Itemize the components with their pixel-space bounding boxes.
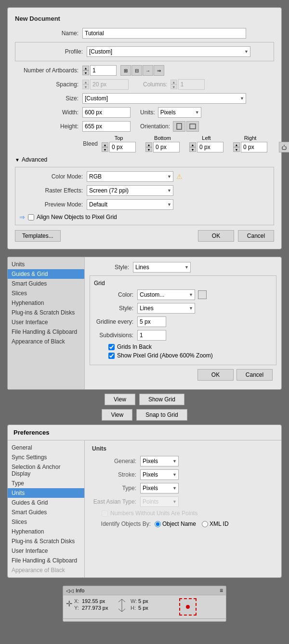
advanced-toggle[interactable]: ▼ Advanced: [15, 156, 274, 163]
wh-arrow-group: [118, 598, 126, 613]
pref-item-slices[interactable]: Slices: [8, 517, 84, 527]
pref-item-smart-guides[interactable]: Smart Guides: [8, 507, 84, 517]
sidebar-item-plugins[interactable]: Plug-ins & Scratch Disks: [8, 308, 84, 317]
pref-item-general[interactable]: General: [8, 443, 84, 452]
bleed-right-up[interactable]: ▲: [233, 142, 240, 147]
pref-item-type[interactable]: Type: [8, 479, 84, 488]
gridline-input[interactable]: [137, 316, 166, 327]
bleed-bottom-down[interactable]: ▼: [145, 147, 152, 152]
stroke-units-label: Stroke:: [92, 471, 140, 478]
bleed-left-label: Left: [202, 135, 210, 141]
pref-item-guides[interactable]: Guides & Grid: [8, 498, 84, 507]
subdivisions-row: Subdivisions:: [94, 330, 272, 341]
spacing-up-btn[interactable]: ▲: [82, 80, 89, 84]
pref-item-appearance[interactable]: Appearance of Black: [8, 565, 84, 575]
guides-cancel-button[interactable]: Cancel: [236, 369, 273, 381]
bleed-bottom-input[interactable]: [153, 142, 180, 152]
x-label: X:: [74, 598, 82, 604]
artboards-input[interactable]: [90, 65, 117, 76]
templates-button[interactable]: Templates...: [15, 230, 61, 242]
raster-select[interactable]: Screen (72 ppi) Medium (150 ppi) High (3…: [87, 185, 173, 196]
sidebar-item-hyphenation[interactable]: Hyphenation: [8, 298, 84, 308]
pref-item-sync[interactable]: Sync Settings: [8, 452, 84, 462]
profile-select[interactable]: [Custom]: [87, 46, 250, 57]
grid-color-select[interactable]: Custom...: [137, 289, 195, 300]
numbers-units-checkbox[interactable]: [102, 510, 108, 517]
view-btn-1[interactable]: View: [105, 394, 135, 405]
colormode-select[interactable]: RGB CMYK: [87, 171, 173, 182]
sidebar-item-guides-grid[interactable]: Guides & Grid: [8, 269, 84, 279]
sidebar-item-units[interactable]: Units: [8, 260, 84, 269]
portrait-btn[interactable]: [173, 121, 185, 132]
east-asian-select[interactable]: Points: [140, 496, 179, 507]
bleed-left-input[interactable]: [197, 142, 223, 152]
size-select[interactable]: [Custom]: [82, 93, 246, 104]
type-units-select[interactable]: PixelsPoints: [140, 483, 179, 493]
columns-up-btn[interactable]: ▲: [171, 80, 177, 84]
sidebar-item-ui[interactable]: User Interface: [8, 317, 84, 327]
pref-item-plugins[interactable]: Plug-ins & Scratch Disks: [8, 536, 84, 546]
landscape-btn[interactable]: [186, 121, 199, 132]
stroke-units-select[interactable]: PixelsPoints: [140, 469, 179, 480]
guides-style-select[interactable]: Lines Dots: [133, 262, 191, 273]
grid-color-select-wrapper: Custom...: [137, 289, 195, 300]
name-input[interactable]: [82, 28, 246, 39]
object-name-radio[interactable]: [155, 521, 161, 527]
size-row: Size: [Custom]: [15, 93, 274, 104]
general-units-select[interactable]: PixelsInches: [140, 456, 179, 466]
object-name-option[interactable]: Object Name: [155, 521, 196, 527]
size-select-wrapper: [Custom]: [82, 93, 246, 104]
columns-input[interactable]: [178, 79, 205, 90]
info-expand-icon[interactable]: ◁◁: [66, 588, 74, 593]
color-swatch[interactable]: [198, 290, 207, 299]
arrange-right-icon[interactable]: →: [143, 65, 153, 76]
bleed-right-input[interactable]: [241, 142, 267, 152]
height-input[interactable]: [82, 121, 131, 132]
guides-style-row: Style: Lines Dots: [90, 262, 276, 273]
grid-layout-icon[interactable]: ⊞: [120, 65, 131, 76]
show-grid-button[interactable]: Show Grid: [139, 394, 184, 405]
ok-button[interactable]: OK: [198, 230, 234, 242]
cancel-button[interactable]: Cancel: [238, 230, 274, 242]
subdivisions-input[interactable]: [137, 330, 166, 341]
pref-item-file[interactable]: File Handling & Clipboard: [8, 556, 84, 565]
info-menu-icon[interactable]: ≡: [220, 587, 223, 594]
sidebar-item-appearance[interactable]: Appearance of Black: [8, 337, 84, 346]
pref-item-units[interactable]: Units: [8, 488, 84, 498]
grids-in-back-checkbox[interactable]: [108, 344, 115, 350]
x-value: 192.55 px: [82, 598, 113, 604]
artboards-down-btn[interactable]: ▼: [82, 70, 89, 75]
view-btn-2[interactable]: View: [102, 409, 132, 421]
pref-item-selection[interactable]: Selection & Anchor Display: [8, 462, 84, 479]
xml-id-radio[interactable]: [202, 521, 208, 527]
align-checkbox[interactable]: [28, 214, 34, 220]
spacing-input[interactable]: [90, 79, 129, 90]
link-bleed-btn[interactable]: [279, 142, 289, 152]
snap-to-grid-button[interactable]: Snap to Grid: [136, 409, 187, 421]
bleed-top-input[interactable]: [109, 142, 136, 152]
bleed-bottom-up[interactable]: ▲: [145, 142, 152, 147]
pref-item-hyphenation[interactable]: Hyphenation: [8, 527, 84, 536]
pref-item-ui[interactable]: User Interface: [8, 546, 84, 556]
width-input[interactable]: [82, 107, 131, 118]
h-value: 5 px: [138, 605, 170, 611]
bleed-left-down[interactable]: ▼: [189, 147, 196, 152]
sidebar-item-smart-guides[interactable]: Smart Guides: [8, 279, 84, 288]
bleed-right-down[interactable]: ▼: [233, 147, 240, 152]
columns-down-btn[interactable]: ▼: [171, 84, 177, 89]
sidebar-item-slices[interactable]: Slices: [8, 288, 84, 298]
grid-col-icon[interactable]: ⊟: [131, 65, 142, 76]
units-select[interactable]: Pixels Inches Millimeters: [158, 107, 201, 118]
artboards-up-btn[interactable]: ▲: [82, 66, 89, 70]
arrange-left-icon[interactable]: ⇒: [154, 65, 164, 76]
bleed-top-down[interactable]: ▼: [102, 147, 108, 152]
bleed-left-up[interactable]: ▲: [189, 142, 196, 147]
preview-select[interactable]: Default Pixel Overprint: [87, 199, 173, 210]
grid-style-select[interactable]: Lines Dots: [137, 303, 195, 314]
spacing-down-btn[interactable]: ▼: [82, 84, 89, 89]
sidebar-item-file-handling[interactable]: File Handling & Clipboard: [8, 327, 84, 337]
show-pixel-grid-checkbox[interactable]: [108, 353, 115, 359]
guides-ok-button[interactable]: OK: [197, 369, 234, 381]
bleed-top-up[interactable]: ▲: [102, 142, 108, 147]
xml-id-option[interactable]: XML ID: [202, 521, 229, 527]
